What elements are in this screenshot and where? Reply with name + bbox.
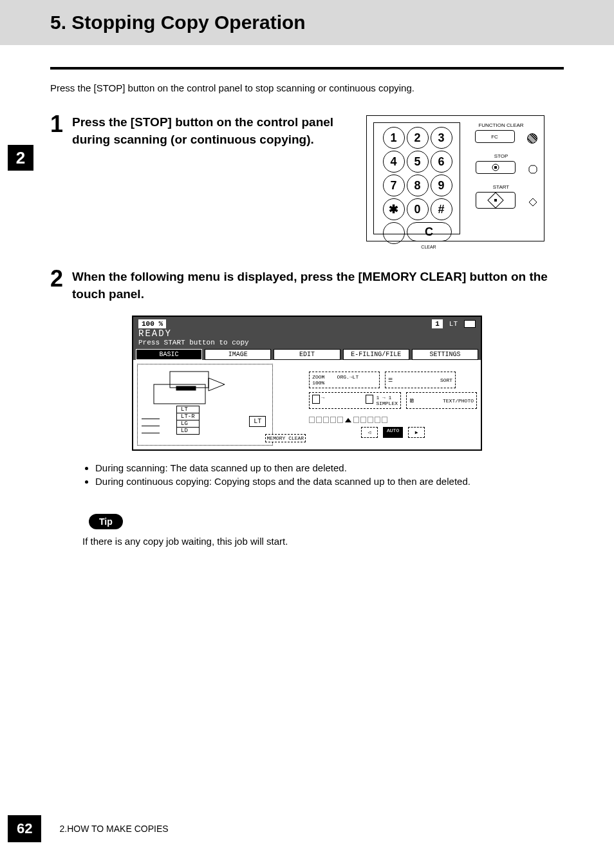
key-6[interactable]: 6: [431, 151, 452, 173]
key-8[interactable]: 8: [407, 175, 429, 196]
paper-ltr: LT-R: [177, 413, 199, 420]
step-1-text: Press the [STOP] button on the control p…: [72, 114, 340, 148]
tab-basic[interactable]: BASIC: [136, 349, 202, 360]
panel-buttons: FUNCTION CLEAR FC STOP START: [465, 122, 537, 237]
start-label: START: [465, 184, 537, 190]
step-1-row: 1 Press the [STOP] button on the control…: [50, 113, 564, 241]
tab-image[interactable]: IMAGE: [205, 349, 271, 360]
stop-hex-icon: [528, 165, 537, 174]
key-9[interactable]: 9: [431, 175, 452, 196]
key-3[interactable]: 3: [431, 127, 452, 149]
step-1: 1 Press the [STOP] button on the control…: [50, 113, 340, 148]
auto-label: AUTO: [387, 428, 399, 433]
breadcrumb: 2.HOW TO MAKE COPIES: [59, 824, 168, 834]
fc-hatch-icon: [527, 133, 537, 144]
start-button[interactable]: [476, 192, 516, 209]
page-title: 5. Stopping Copy Operation: [50, 12, 614, 33]
density-left-button[interactable]: ◁: [361, 427, 378, 438]
section-rule: [50, 67, 564, 70]
duplex-button[interactable]: → 1 → 1 SIMPLEX: [309, 392, 401, 409]
key-0[interactable]: 0: [407, 198, 429, 220]
status-text: READY: [138, 328, 476, 339]
keypad-frame: 1 2 3 4 5 6 7 8 9 ✱ 0 # C CLEAR: [373, 122, 460, 234]
duplex-label: 1 → 1 SIMPLEX: [376, 395, 398, 406]
intro-text: Press the [STOP] button on the control p…: [50, 82, 564, 93]
mode-label: TEXT/PHOTO: [443, 398, 474, 404]
step-2: 2 When the following menu is displayed, …: [50, 267, 564, 303]
auto-density-button[interactable]: AUTO: [383, 427, 403, 438]
clear-key[interactable]: C: [407, 222, 452, 241]
svg-rect-1: [494, 166, 497, 169]
density-right-button[interactable]: ▶: [408, 427, 425, 438]
bullet-2: During continuous copying: Copying stops…: [95, 476, 564, 487]
key-blank: [383, 222, 405, 244]
key-1[interactable]: 1: [383, 127, 405, 149]
step-number: 1: [50, 113, 63, 136]
svg-rect-6: [176, 386, 196, 390]
sort-button[interactable]: ☰ SORT: [385, 372, 456, 388]
bullet-list: During scanning: The data scanned up to …: [50, 462, 564, 487]
tab-row: BASIC IMAGE EDIT E-FILING/FILE SETTINGS: [133, 349, 481, 360]
printer-preview: LT LT-R LG LD LT MEMORY CLEAR: [137, 364, 273, 446]
density-control: [309, 417, 477, 423]
paper-ld: LD: [177, 428, 199, 434]
lt-badge: LT: [249, 416, 266, 427]
tab-settings[interactable]: SETTINGS: [412, 349, 478, 360]
key-7[interactable]: 7: [383, 175, 405, 196]
touch-panel-body: LT LT-R LG LD LT MEMORY CLEAR ZOOM ORG.→…: [133, 360, 481, 449]
orientation-icon: [464, 320, 476, 328]
paper-indicator: LT: [449, 320, 458, 328]
bullet-1: During scanning: The data scanned up to …: [95, 462, 564, 473]
tip-text: If there is any copy job waiting, this j…: [82, 536, 564, 547]
svg-rect-5: [170, 372, 209, 388]
tab-edit[interactable]: EDIT: [274, 349, 340, 360]
stop-button[interactable]: [476, 161, 516, 174]
tab-efiling[interactable]: E-FILING/FILE: [343, 349, 409, 360]
zoom-button[interactable]: ZOOM ORG.→LT 100%: [309, 372, 380, 388]
clear-label: CLEAR: [407, 245, 451, 267]
start-diamond-outline-icon: [528, 198, 537, 207]
key-4[interactable]: 4: [383, 151, 405, 173]
paper-lg: LG: [177, 420, 199, 428]
paper-size-list: LT LT-R LG LD: [176, 406, 200, 435]
step-number: 2: [50, 267, 63, 290]
function-clear-button[interactable]: FC: [475, 130, 515, 143]
page-number: 62: [8, 815, 41, 842]
sort-icon: ☰: [388, 377, 393, 383]
keypad: 1 2 3 4 5 6 7 8 9 ✱ 0 # C CLEAR: [374, 123, 460, 267]
zoom-percent: 100 %: [138, 319, 166, 328]
key-5[interactable]: 5: [407, 151, 429, 173]
mode-icon: 🖹: [409, 398, 414, 404]
printer-icon: [151, 368, 228, 406]
key-hash[interactable]: #: [431, 198, 452, 220]
key-star[interactable]: ✱: [383, 198, 405, 220]
svg-marker-3: [529, 198, 537, 206]
tip-badge: Tip: [89, 514, 123, 529]
copy-count: 1: [432, 319, 443, 328]
svg-marker-2: [529, 165, 537, 173]
sort-label: SORT: [440, 377, 452, 383]
control-panel-figure: 1 2 3 4 5 6 7 8 9 ✱ 0 # C CLEAR: [366, 115, 544, 241]
start-diamond-icon: [487, 192, 503, 208]
paper-lt: LT: [177, 406, 199, 413]
key-2[interactable]: 2: [407, 127, 429, 149]
mode-button[interactable]: 🖹 TEXT/PHOTO: [406, 392, 477, 409]
touch-panel-figure: 100 % 1 LT READY Press START button to c…: [132, 316, 482, 451]
duplex-icon: →: [312, 395, 373, 406]
footer: 62 2.HOW TO MAKE COPIES: [8, 815, 169, 842]
content-area: Press the [STOP] button on the control p…: [0, 45, 614, 547]
function-clear-label: FUNCTION CLEAR: [465, 122, 537, 128]
density-marker-icon: [345, 418, 351, 422]
step-2-text: When the following menu is displayed, pr…: [72, 269, 564, 303]
tray-icons: [142, 413, 160, 442]
chapter-tab: 2: [8, 145, 33, 171]
memory-clear-button[interactable]: MEMORY CLEAR: [265, 434, 306, 442]
title-bar: 5. Stopping Copy Operation: [0, 0, 614, 45]
hint-text: Press START button to copy: [138, 339, 476, 346]
touch-panel-right: ZOOM ORG.→LT 100% ☰ SORT → 1 → 1 SIMPLEX: [277, 364, 477, 446]
stop-label: STOP: [465, 153, 537, 159]
